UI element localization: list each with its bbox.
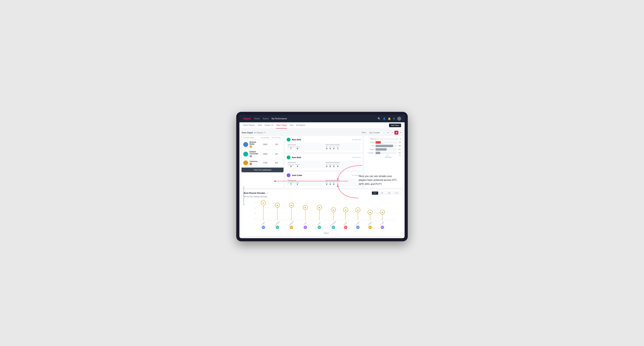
svg-text:EC: EC: [332, 227, 334, 228]
svg-text:EB: EB: [262, 227, 264, 228]
y-axis-label: Best Streak, Fairway Accuracy: [243, 188, 244, 205]
bar-row-bogeys: Bogeys 311: [366, 148, 401, 151]
bar-fill-bogeys: [376, 148, 386, 151]
filter-buttons: OTT APP ARG PUTT: [372, 191, 400, 195]
bar-row-eagles: Eagles 3: [366, 138, 401, 140]
player-name-2: Edward Crossman: [250, 151, 259, 155]
team-title-row: Team Clippd 14 Players ✏: [242, 131, 266, 134]
bell-icon[interactable]: 🔔: [388, 117, 391, 120]
top-nav: clippd Home Teams My Performance 🔍 👤 🔔 ⚙: [240, 115, 404, 122]
search-icon[interactable]: 🔍: [378, 117, 380, 120]
show-select[interactable]: Last 3 months Last 6 months Last 12 mont…: [367, 131, 385, 134]
filter-app[interactable]: APP: [379, 191, 385, 195]
streaks-section: Best Round Streaks ← OTT APP ARG PUTT Of…: [242, 189, 402, 236]
svg-text:RB: RB: [369, 227, 371, 228]
practice-val-0: 6: [297, 148, 298, 150]
badge-icon-1: 1: [250, 145, 252, 148]
arg-val-0: 0: [334, 148, 334, 150]
putt-val-0: 1: [337, 148, 338, 150]
bar-row-pars: Pars 499: [366, 145, 401, 147]
activity-avatar-1: RB: [287, 156, 290, 159]
player-score-2: 18/20: [259, 153, 271, 155]
player-row-1[interactable]: RB Richard Butler 1 19/20 110: [242, 140, 284, 149]
view-grid-btn[interactable]: ⊞: [386, 131, 390, 135]
bar-label-dbogeys: D. Bogeys +: [366, 152, 374, 154]
player-score-1: 19/20: [259, 144, 271, 145]
activity-date-0: 02 Sep 2023: [352, 139, 361, 141]
bar-label-eagles: Eagles: [366, 138, 374, 140]
view-list-btn[interactable]: ☰: [390, 131, 394, 135]
badge-icon-3: 3: [250, 163, 252, 165]
svg-text:RB: RB: [318, 227, 320, 228]
bar-value-pars: 499: [398, 145, 401, 147]
sub-nav-pgat[interactable]: PGAT Players: [243, 122, 255, 128]
player-avatar-3: CM: [243, 161, 248, 165]
col-pb-avg: PB AVG SQ: [271, 137, 282, 139]
nav-home[interactable]: Home: [254, 117, 260, 120]
svg-text:6x: 6x: [291, 205, 292, 206]
player-score-3: 17/20: [259, 162, 271, 164]
svg-text:7: 7: [255, 202, 256, 204]
nav-teams[interactable]: Teams: [262, 117, 268, 120]
user-icon[interactable]: 👤: [383, 117, 386, 120]
logo: clippd: [243, 117, 250, 120]
filter-arg[interactable]: ARG: [386, 191, 392, 195]
player-row-3[interactable]: CM Cameron... 3 17/20 103: [242, 159, 284, 167]
nav-my-performance[interactable]: My Performance: [272, 117, 287, 120]
sub-nav-hcaps[interactable]: Hcaps 1-5: [264, 122, 273, 128]
svg-text:3: 3: [255, 213, 256, 214]
streak-chart-container: Best Streak, Fairway Accuracy 7 5 3: [244, 199, 400, 234]
svg-text:5: 5: [255, 207, 256, 209]
filter-ott[interactable]: OTT: [372, 191, 378, 195]
view-leaderboard-button[interactable]: View Full Leaderboard: [242, 168, 284, 172]
svg-text:MM: MM: [357, 227, 359, 228]
practice-val-1: 4: [297, 165, 298, 168]
sub-nav-tour[interactable]: Tour: [290, 122, 293, 128]
bar-row-dbogeys: D. Bogeys + 131: [366, 152, 401, 154]
tournament-val-0: 7: [290, 148, 292, 150]
svg-text:J. Coles: J. Coles: [303, 221, 307, 225]
svg-text:3x: 3x: [382, 212, 383, 213]
bar-container-bogeys: [376, 148, 397, 151]
activity-player-1: Rees Britt: [292, 156, 301, 159]
player-row-2[interactable]: EC Edward Crossman 2 18/20 107: [242, 149, 284, 159]
bar-fill-eagles: [376, 138, 376, 140]
ott-val-0: 0: [326, 148, 327, 150]
edit-icon[interactable]: ✏: [264, 131, 266, 134]
total-rounds-group-1: Total Rounds Tournament 8 Practice: [287, 161, 323, 169]
view-card-btn[interactable]: ▦: [394, 131, 398, 135]
settings-icon[interactable]: ⚙: [393, 117, 395, 120]
add-team-button[interactable]: Add Team: [389, 124, 401, 127]
x-label-0: 0: [376, 155, 376, 156]
practice-activities-group-0: Total Practice Activities OTT 0 APP: [324, 143, 361, 151]
streak-chart-svg: 7 5 3 1 7x E. Ebert EB: [252, 199, 400, 231]
bar-value-eagles: 3: [400, 138, 401, 140]
bar-label-pars: Pars: [366, 145, 374, 147]
player-avg-1: 110: [271, 144, 282, 145]
player-avatar-1: RB: [243, 142, 248, 147]
player-avatar-2: EC: [243, 152, 248, 157]
player-name-3: Cameron...: [250, 161, 259, 162]
activity-avatar-0: RB: [287, 138, 290, 142]
svg-text:JC: JC: [305, 227, 306, 228]
svg-text:R. Butler: R. Butler: [368, 221, 372, 226]
activity-card-0: RB Rees Britt 02 Sep 2023 Total Rounds: [285, 136, 362, 152]
col-player-name: PLAYER NAME: [243, 137, 259, 139]
total-rounds-label-0: Total Rounds: [288, 144, 322, 146]
bar-value-dbogeys: 131: [398, 152, 401, 154]
bar-container-birdies: [376, 141, 398, 144]
view-settings-btn[interactable]: ⚙: [399, 131, 402, 135]
sub-nav-team-clippd[interactable]: Team Clippd: [276, 122, 287, 128]
sub-nav-all-players[interactable]: All Players: [296, 122, 306, 128]
svg-text:BM: BM: [276, 227, 278, 228]
bar-container-dbogeys: [376, 152, 397, 154]
bar-label-bogeys: Bogeys: [366, 149, 374, 150]
tournament-val-1: 8: [290, 165, 292, 168]
svg-text:4x: 4x: [333, 209, 334, 211]
profile-avatar[interactable]: [397, 117, 401, 121]
bar-fill-pars: [376, 145, 393, 147]
app-val-0: 0: [330, 148, 331, 150]
filter-putt[interactable]: PUTT: [393, 191, 400, 195]
sub-nav-pga[interactable]: PGA: [258, 122, 262, 128]
svg-text:C. Quick: C. Quick: [380, 221, 384, 226]
